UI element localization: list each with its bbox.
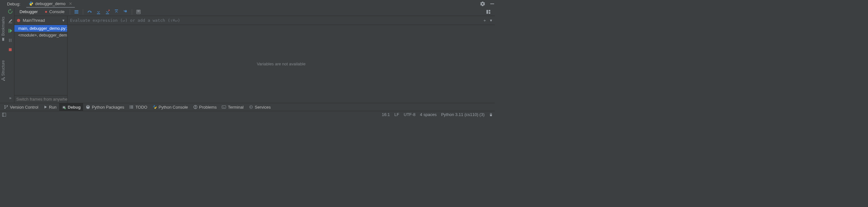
svg-rect-8 [10, 39, 11, 42]
svg-rect-9 [9, 48, 12, 51]
svg-rect-19 [137, 10, 140, 11]
svg-rect-44 [222, 106, 226, 109]
svg-point-0 [30, 2, 31, 2]
caret-position[interactable]: 16:1 [382, 112, 390, 117]
branch-icon [4, 105, 8, 109]
step-into-my-code-icon[interactable] [105, 9, 110, 15]
svg-rect-15 [106, 14, 109, 14]
thread-status-icon [17, 19, 20, 22]
svg-rect-45 [3, 113, 6, 116]
add-watch-icon[interactable]: ＋ [483, 18, 487, 23]
play-icon [43, 105, 47, 109]
problems-toolwindow[interactable]: Problems [191, 103, 219, 111]
svg-point-30 [4, 105, 6, 107]
debug-config-tab[interactable]: debugger_demo ✕ [26, 0, 75, 8]
svg-rect-20 [137, 12, 138, 13]
settings-icon[interactable] [480, 1, 485, 6]
svg-point-35 [130, 105, 131, 106]
terminal-toolwindow[interactable]: Terminal [219, 103, 246, 111]
step-over-icon[interactable] [87, 9, 92, 15]
svg-rect-5 [2, 78, 3, 79]
rerun-icon[interactable] [8, 9, 13, 14]
svg-rect-11 [74, 10, 79, 11]
svg-rect-6 [9, 29, 9, 33]
thread-selector[interactable]: MainThread ▾ [14, 16, 67, 25]
svg-point-37 [130, 107, 131, 108]
svg-rect-7 [9, 39, 10, 42]
svg-point-10 [45, 11, 47, 13]
svg-rect-21 [138, 12, 139, 13]
modify-run-config-icon[interactable] [8, 19, 13, 24]
svg-point-39 [130, 108, 131, 109]
step-into-icon[interactable] [96, 9, 101, 15]
services-icon [249, 105, 253, 109]
pause-icon[interactable] [8, 38, 13, 43]
chevron-down-icon: ▾ [62, 18, 65, 23]
evaluate-expression-icon[interactable] [136, 9, 141, 15]
svg-point-1 [31, 5, 32, 5]
step-out-icon[interactable] [114, 9, 119, 15]
services-toolwindow[interactable]: Services [246, 103, 274, 111]
svg-rect-38 [131, 107, 133, 107]
svg-rect-14 [97, 14, 100, 14]
svg-rect-46 [3, 113, 4, 116]
svg-point-32 [7, 105, 8, 107]
ide-lock-icon[interactable] [489, 113, 493, 117]
variables-empty-message: Variables are not available [67, 25, 495, 103]
svg-point-31 [4, 108, 6, 109]
bookmarks-toolwindow[interactable]: Bookmarks [1, 17, 5, 41]
debug-config-name: debugger_demo [35, 1, 66, 6]
console-tab[interactable]: Console [41, 9, 68, 14]
bug-icon [62, 105, 66, 109]
svg-rect-47 [490, 114, 492, 116]
debugger-tab[interactable]: Debugger [16, 9, 41, 14]
svg-rect-4 [4, 77, 5, 78]
svg-rect-13 [74, 13, 79, 14]
python-interpreter[interactable]: Python 3.11 (cs110) (3) [441, 112, 485, 117]
threads-icon[interactable] [74, 9, 79, 15]
evaluate-expression-input[interactable] [70, 18, 479, 23]
svg-rect-42 [195, 106, 196, 107]
svg-rect-36 [131, 106, 133, 106]
stop-icon[interactable] [8, 47, 12, 52]
toolwindows-quick-access-icon[interactable] [2, 112, 6, 117]
package-icon [86, 105, 90, 109]
todo-toolwindow[interactable]: TODO [127, 103, 150, 111]
frames-hint: Switch frames from anywhere i… ✕ [14, 95, 67, 103]
svg-rect-2 [490, 3, 494, 4]
svg-rect-43 [195, 108, 196, 108]
minimize-icon[interactable] [490, 1, 495, 6]
python-icon [29, 1, 33, 6]
svg-rect-18 [136, 10, 141, 14]
svg-point-34 [64, 108, 66, 109]
layout-settings-icon[interactable] [486, 9, 491, 15]
python-console-icon [153, 105, 157, 109]
file-encoding[interactable]: UTF-8 [404, 112, 415, 117]
stack-frame[interactable]: main, debugger_demo.py:16 [14, 25, 67, 32]
close-tab-icon[interactable]: ✕ [69, 1, 72, 6]
warning-icon [193, 105, 198, 109]
structure-toolwindow[interactable]: Structure [1, 60, 5, 81]
run-to-cursor-icon[interactable] [123, 9, 128, 15]
svg-rect-40 [131, 108, 133, 109]
terminal-icon [222, 105, 226, 109]
debug-toolwindow[interactable]: Debug [59, 103, 83, 111]
svg-rect-24 [489, 10, 490, 11]
run-toolwindow[interactable]: Run [41, 103, 59, 111]
svg-rect-22 [139, 12, 140, 13]
svg-rect-3 [4, 80, 5, 81]
resume-icon[interactable] [8, 28, 13, 33]
svg-rect-17 [115, 9, 118, 10]
python-packages-toolwindow[interactable]: Python Packages [83, 103, 127, 111]
stack-frame[interactable]: <module>, debugger_demo.py [14, 32, 67, 38]
indent-settings[interactable]: 4 spaces [420, 112, 437, 117]
debug-panel-title: Debug: [7, 2, 21, 6]
svg-point-16 [108, 9, 110, 11]
more-icon[interactable]: » [9, 96, 11, 100]
expression-history-icon[interactable]: ▾ [490, 18, 492, 23]
vcs-toolwindow[interactable]: Version Control [1, 103, 41, 111]
line-separator[interactable]: LF [394, 112, 399, 117]
svg-rect-25 [489, 12, 490, 14]
python-console-toolwindow[interactable]: Python Console [150, 103, 191, 111]
list-icon [129, 105, 134, 109]
